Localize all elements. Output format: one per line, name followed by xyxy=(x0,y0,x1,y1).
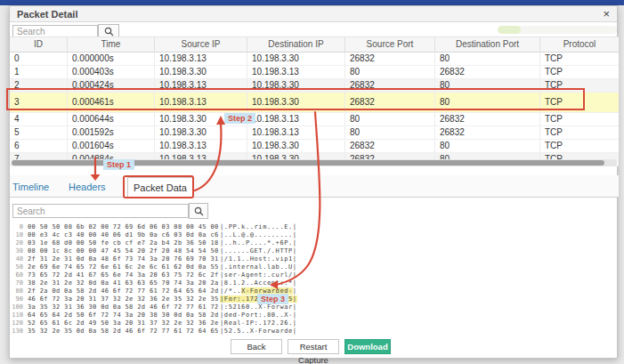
hex-line: 9046 6f 72 3a 20 31 37 32 2e 32 36 2e 35… xyxy=(12,295,350,303)
hex-line: 3008 00 1c 8c 00 00 47 45 54 20 2f 20 48… xyxy=(12,247,350,255)
hex-bytes: 3a 35 32 31 36 30 0d 0a 58 2d 46 6f 72 7… xyxy=(28,303,220,311)
hex-ascii-highlight: |For:.172.26.52.5| xyxy=(220,295,297,303)
hex-bytes: 73 65 72 2d 41 67 65 6e 74 3a 20 63 75 7… xyxy=(28,271,220,279)
hex-offset: 100 xyxy=(12,303,23,311)
table-row[interactable]: 20.000424s10.198.3.1310.198.3.302683280T… xyxy=(10,79,619,93)
table-cell: 0.000403s xyxy=(68,66,155,78)
hex-bytes: 46 6f 72 3a 20 31 37 32 2e 32 36 2e 35 3… xyxy=(28,295,220,303)
table-cell: TCP xyxy=(540,66,619,78)
table-cell: 10.198.3.30 xyxy=(155,126,247,139)
table-cell: 3 xyxy=(10,93,68,112)
table-cell: 10.198.3.30 xyxy=(247,93,345,112)
hex-ascii: |.PP.k..rim....E.| xyxy=(220,223,297,231)
table-row[interactable]: 00.000000s10.198.3.1310.198.3.302683280T… xyxy=(10,53,619,66)
hex-line: 402f 31 2e 31 0d 0a 48 6f 73 74 3a 20 76… xyxy=(12,255,350,263)
table-cell: TCP xyxy=(540,53,619,65)
back-button[interactable]: Back xyxy=(231,339,282,354)
hex-offset: 50 xyxy=(12,263,23,271)
table-cell: 6 xyxy=(10,140,68,152)
hex-line: 1003a 35 32 31 36 30 0d 0a 58 2d 46 6f 7… xyxy=(12,303,350,311)
hex-ascii: |/*..X-Forwarded-| xyxy=(220,287,297,295)
hex-ascii: |For:.172.26.52.5| xyxy=(220,295,297,303)
hex-search-button[interactable] xyxy=(189,203,208,219)
hex-search-input[interactable] xyxy=(12,204,189,218)
hex-offset: 10 xyxy=(12,231,23,239)
hex-offset: 120 xyxy=(12,320,23,328)
hex-ascii: |..h..P....*.+6P.| xyxy=(220,239,297,247)
hex-bytes: 2f 2a 0d 0a 58 2d 46 6f 72 77 61 72 64 6… xyxy=(28,287,220,295)
hex-offset: 70 xyxy=(12,279,23,287)
table-row[interactable]: 30.000461s10.198.3.1310.198.3.302683280T… xyxy=(10,93,619,113)
scrollbar-thumb[interactable] xyxy=(12,160,604,166)
hex-ascii: |/1.1..Host:.vip1| xyxy=(220,255,297,263)
hex-bytes: 08 00 1c 8c 00 00 47 45 54 20 2f 20 48 5… xyxy=(28,247,220,255)
table-cell: 2 xyxy=(10,79,68,92)
tab-headers[interactable]: Headers xyxy=(69,182,106,192)
hex-bytes: 38 2e 31 2e 32 0d 0a 41 63 63 65 70 74 3… xyxy=(28,279,220,287)
table-cell: 10.198.3.30 xyxy=(247,79,345,92)
hex-offset: 30 xyxy=(12,247,23,255)
hex-bytes: 03 1e 68 d0 00 50 fe cb cf e7 2a b4 2b 3… xyxy=(28,239,220,247)
hex-ascii: |ded-Port:.80..X-| xyxy=(220,311,297,320)
hex-ascii: |..L.@.@.........| xyxy=(220,231,297,239)
table-cell: 80 xyxy=(435,79,540,92)
table-cell: TCP xyxy=(540,79,619,92)
table-cell: 26832 xyxy=(345,93,435,112)
table-cell: 1 xyxy=(10,66,68,78)
table-cell: 5 xyxy=(10,126,68,139)
table-cell: 10.198.3.13 xyxy=(247,113,345,125)
table-cell: 10.198.3.30 xyxy=(155,113,247,125)
table-cell: 10.198.3.13 xyxy=(155,140,247,152)
search-icon xyxy=(194,206,204,216)
hex-line: 502e 69 6e 74 65 72 6e 61 6c 2e 6c 61 62… xyxy=(12,263,350,271)
column-header: Destination Port xyxy=(435,37,540,52)
dialog-titlebar: Packet Detail × xyxy=(10,6,617,22)
hex-line: 802f 2a 0d 0a 58 2d 46 6f 72 77 61 72 64… xyxy=(12,287,350,295)
packet-detail-dialog: Packet Detail × IDTimeSource IPDestinati… xyxy=(9,5,618,359)
table-cell: 26832 xyxy=(345,140,435,152)
table-cell: TCP xyxy=(540,93,619,112)
table-cell: 0.000461s xyxy=(68,93,155,112)
hex-line: 1000 e3 4c c3 40 00 40 06 d1 9b 0a c6 03… xyxy=(12,231,350,239)
hex-bytes: 2f 31 2e 31 0d 0a 48 6f 73 74 3a 20 76 6… xyxy=(28,255,220,263)
restart-capture-button[interactable]: Restart Capture xyxy=(288,339,339,354)
close-icon[interactable]: × xyxy=(603,7,610,21)
table-cell: 26832 xyxy=(435,66,540,78)
hex-offset: 80 xyxy=(12,287,23,295)
tab-strip: Timeline Headers Packet Data xyxy=(10,175,619,198)
packet-table-header: IDTimeSource IPDestination IPSource Port… xyxy=(10,36,619,53)
table-cell: 80 xyxy=(435,53,540,65)
table-row[interactable]: 50.001592s10.198.3.3010.198.3.138026832T… xyxy=(10,126,619,140)
table-cell: 0 xyxy=(10,53,68,65)
tab-packet-data[interactable]: Packet Data xyxy=(127,177,193,198)
download-button[interactable]: Download xyxy=(344,339,391,354)
table-cell: 80 xyxy=(345,113,435,125)
hex-ascii: |.internal.lab..U| xyxy=(220,263,297,271)
table-cell: TCP xyxy=(540,126,619,139)
progress-bar xyxy=(498,26,617,34)
search-icon xyxy=(104,27,114,36)
table-cell: 10.198.3.30 xyxy=(247,53,345,65)
table-row[interactable]: 60.001604s10.198.3.1310.198.3.302683280T… xyxy=(10,140,619,153)
hex-line: 11064 65 64 2d 50 6f 72 74 3a 20 38 30 0… xyxy=(12,311,350,320)
hex-ascii-highlight: X-Forwarded- xyxy=(241,287,293,295)
hex-offset: 130 xyxy=(12,328,23,336)
column-header: Time xyxy=(68,37,155,52)
hex-offset: 90 xyxy=(12,295,23,303)
table-row[interactable]: 40.000644s10.198.3.3010.198.3.138026832T… xyxy=(10,113,619,126)
table-cell: TCP xyxy=(540,113,619,125)
column-header: ID xyxy=(10,37,68,52)
hex-offset: 20 xyxy=(12,239,23,247)
table-cell: 4 xyxy=(10,113,68,125)
table-cell: 10.198.3.13 xyxy=(155,53,247,65)
tab-timeline[interactable]: Timeline xyxy=(12,182,49,192)
hex-offset: 0 xyxy=(12,223,23,231)
horizontal-scrollbar[interactable] xyxy=(12,159,617,166)
hex-ascii: |ser-Agent:.curl/| xyxy=(220,271,297,279)
column-header: Source IP xyxy=(155,37,247,52)
table-cell: 26832 xyxy=(435,126,540,139)
progress-fill xyxy=(498,26,521,34)
hex-bytes: 35 32 2e 35 0d 0a 58 2d 46 6f 72 77 61 7… xyxy=(28,328,220,336)
table-cell: 0.000000s xyxy=(68,53,155,65)
table-row[interactable]: 10.000403s10.198.3.3010.198.3.138026832T… xyxy=(10,66,619,79)
